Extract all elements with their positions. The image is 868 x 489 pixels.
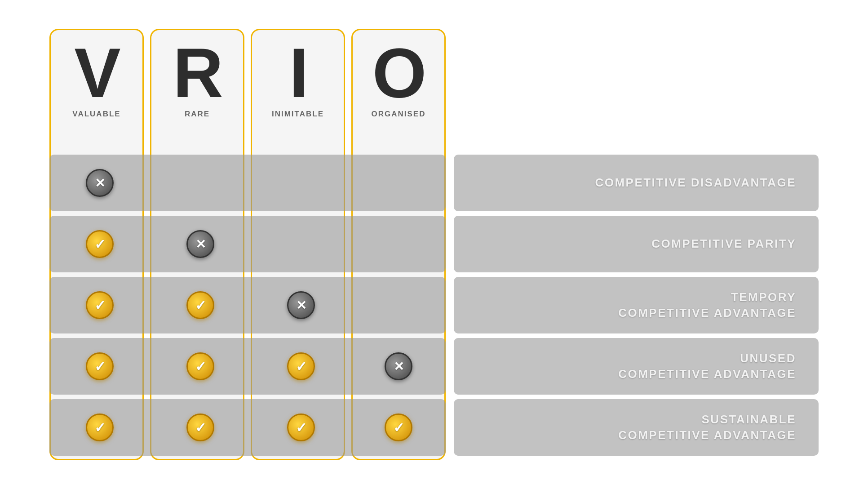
label-row-3: UNUSED COMPETITIVE ADVANTAGE (454, 338, 819, 395)
data-row-4: ✓✓✓✓ (49, 399, 446, 456)
cross-icon: ✕ (287, 291, 315, 319)
check-icon: ✓ (186, 291, 214, 319)
cell-r1-c3 (351, 216, 446, 272)
cell-r0-c3 (351, 155, 446, 211)
cell-r3-c0: ✓ (49, 338, 150, 395)
cell-r3-c3: ✕ (351, 338, 446, 395)
label-text-4: SUSTAINABLE COMPETITIVE ADVANTAGE (618, 412, 796, 443)
data-row-1: ✓✕ (49, 216, 446, 272)
label-row-0: COMPETITIVE DISADVANTAGE (454, 155, 819, 211)
cell-r2-c0: ✓ (49, 277, 150, 333)
main-layout: VVALUABLERRAREIINIMITABLEOORGANISED✕✓✕✓✓… (0, 6, 868, 483)
label-row-1: COMPETITIVE PARITY (454, 216, 819, 272)
labels-panel: COMPETITIVE DISADVANTAGECOMPETITIVE PARI… (446, 29, 819, 456)
cell-r2-c2: ✕ (251, 277, 351, 333)
data-row-3: ✓✓✓✕ (49, 338, 446, 395)
label-text-0: COMPETITIVE DISADVANTAGE (595, 175, 796, 191)
label-row-4: SUSTAINABLE COMPETITIVE ADVANTAGE (454, 399, 819, 456)
label-text-3: UNUSED COMPETITIVE ADVANTAGE (618, 351, 796, 382)
cell-r1-c1: ✕ (150, 216, 251, 272)
check-icon: ✓ (287, 352, 315, 380)
vrio-letter-v: V (74, 38, 119, 108)
cell-r4-c2: ✓ (251, 399, 351, 456)
cell-r2-c3 (351, 277, 446, 333)
cell-r0-c1 (150, 155, 251, 211)
label-text-2: TEMPORY COMPETITIVE ADVANTAGE (618, 289, 796, 321)
cross-icon: ✕ (186, 230, 214, 258)
cell-r2-c1: ✓ (150, 277, 251, 333)
cell-r4-c3: ✓ (351, 399, 446, 456)
check-icon: ✓ (86, 230, 114, 258)
cell-r1-c2 (251, 216, 351, 272)
check-icon: ✓ (86, 413, 114, 441)
cell-r0-c2 (251, 155, 351, 211)
vrio-letter-r: R (173, 38, 221, 108)
cell-r4-c1: ✓ (150, 399, 251, 456)
data-row-0: ✕ (49, 155, 446, 211)
check-icon: ✓ (86, 352, 114, 380)
vrio-grid: VVALUABLERRAREIINIMITABLEOORGANISED✕✓✕✓✓… (49, 29, 446, 460)
cell-r1-c0: ✓ (49, 216, 150, 272)
main-container: VVALUABLERRAREIINIMITABLEOORGANISED✕✓✕✓✓… (27, 20, 841, 469)
check-icon: ✓ (186, 413, 214, 441)
vrio-sublabel-r: RARE (185, 110, 210, 119)
cell-r0-c0: ✕ (49, 155, 150, 211)
cell-r4-c0: ✓ (49, 399, 150, 456)
check-icon: ✓ (86, 291, 114, 319)
check-icon: ✓ (287, 413, 315, 441)
cell-r3-c1: ✓ (150, 338, 251, 395)
cross-icon: ✕ (86, 169, 114, 197)
label-text-1: COMPETITIVE PARITY (651, 236, 796, 252)
vrio-sublabel-i: INIMITABLE (272, 110, 324, 119)
check-icon: ✓ (385, 413, 412, 441)
data-row-2: ✓✓✕ (49, 277, 446, 333)
vrio-sublabel-o: ORGANISED (372, 110, 426, 119)
check-icon: ✓ (186, 352, 214, 380)
cross-icon: ✕ (385, 352, 412, 380)
cell-r3-c2: ✓ (251, 338, 351, 395)
label-row-2: TEMPORY COMPETITIVE ADVANTAGE (454, 277, 819, 333)
vrio-letter-o: O (372, 38, 425, 108)
vrio-sublabel-v: VALUABLE (72, 110, 120, 119)
vrio-letter-i: I (289, 38, 306, 108)
